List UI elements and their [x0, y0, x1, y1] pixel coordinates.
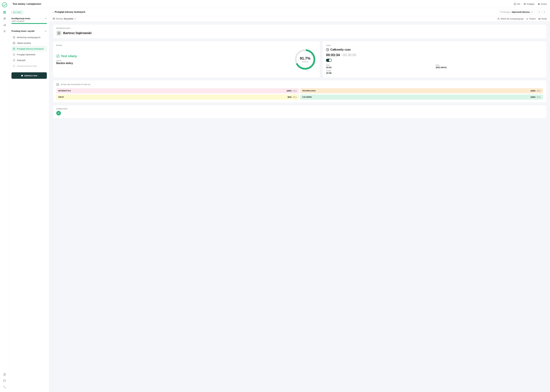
time-card: CZAS Całkowity czas 00:03:34 / 00:30:00 [322, 41, 547, 78]
download-button[interactable]: Pobierz [526, 18, 536, 20]
nav-item-monitoring[interactable]: Monitoring rozwiązujących [11, 35, 47, 40]
category-pts-czlowiek: 2/2 p. [537, 96, 541, 98]
nav-item-kody: Niewykorzystane kody [11, 63, 47, 69]
back-button[interactable]: ‹ [53, 11, 54, 14]
sidebar-item-settings[interactable] [2, 29, 7, 34]
subheader-left: ‹ Przegląd arkuszy testowych [53, 11, 85, 14]
svg-rect-29 [53, 18, 55, 20]
status-badge: AKTYWNY [11, 11, 23, 14]
end-time-item: Koniec 15:56 [326, 70, 433, 74]
category-score-matematyka: 100% 2/2 p. [286, 90, 297, 92]
download-icon [526, 18, 528, 20]
svg-point-10 [4, 31, 5, 32]
category-name-technologia: TECHNOLOGIA [302, 90, 316, 92]
topbar-actions: Info Podgląd Drukuj [514, 3, 547, 5]
konfiguracja-section: Konfiguracja testu 100% completed [11, 17, 47, 24]
page-title: Test wiedzy i umiejętności [13, 3, 41, 5]
category-section-label: WYNIK WG KATEGORII PYTAŃ (4) [61, 84, 90, 85]
logo-icon[interactable] [2, 2, 7, 7]
resolver-avatar [56, 30, 62, 36]
sidebar-item-expand[interactable] [2, 385, 7, 390]
svg-rect-31 [539, 18, 540, 20]
svg-point-33 [59, 33, 59, 33]
end-test-button[interactable]: Zakończ test [11, 72, 47, 79]
comment-label: KOMENTARZ [56, 108, 543, 110]
user-icon [497, 18, 500, 20]
grade-label: Ocena [56, 60, 290, 62]
svg-rect-9 [5, 24, 6, 26]
svg-rect-7 [4, 25, 4, 26]
category-name-swiat: ŚWIAT [58, 96, 64, 98]
svg-point-5 [4, 18, 5, 19]
nav-item-przeglad-odpowiedzi[interactable]: Przegląd odpowiedzi [11, 52, 47, 57]
resolver-selector[interactable]: Rozwiązujący Dąbrowski Bartosz [498, 10, 535, 14]
check-circle-icon [56, 54, 60, 58]
category-pts-swiat: 4/5 p. [293, 96, 297, 98]
chevron-down-small-icon [74, 18, 76, 20]
category-grid: MATEMATYKA 100% 2/2 p. TECHNOLOGIA 100% [56, 88, 543, 100]
nav-label-przeglad-odpowiedzi: Przegląd odpowiedzi [17, 53, 35, 56]
przeglad-arkuszy-icon [13, 47, 15, 50]
category-pct-matematyka: 100% [286, 90, 292, 92]
donut-percent: 91.7% [300, 56, 311, 61]
progress-bar-background [11, 23, 47, 24]
send-button[interactable]: Wyślij [538, 18, 547, 20]
sidebar-item-feedback[interactable] [2, 378, 7, 383]
kody-icon [13, 65, 15, 67]
passed-badge: Test zdany [56, 54, 290, 58]
nav-item-tabela[interactable]: Tabela wyników [11, 40, 47, 46]
view-resolver-label: Widok dla rozwiązującego [501, 18, 524, 20]
monitoring-icon [13, 36, 15, 39]
date-item: Data 2021-09-01 [436, 64, 543, 69]
sidebar-item-help[interactable] [2, 372, 7, 377]
chevron-down-icon [45, 17, 47, 20]
subheader-title: Przegląd arkuszy testowych [55, 11, 85, 13]
category-item-technologia: TECHNOLOGIA 100% 3/3 p. [300, 88, 543, 93]
score-card: WYNIK Test zdany Ocena Bardzo dobry [53, 41, 320, 78]
svg-point-37 [304, 49, 306, 51]
preview-button[interactable]: Podgląd [524, 3, 534, 5]
nav-label-tabela: Tabela wyników [17, 42, 31, 44]
terms-filter[interactable]: Terminy Wszystkie [53, 18, 76, 20]
svg-point-14 [524, 3, 526, 5]
chevron-up-icon [45, 30, 47, 32]
nav-item-przeglad-arkuszy[interactable]: Przegląd arkuszy testowych [11, 46, 47, 52]
svg-rect-23 [14, 42, 14, 44]
info-button[interactable]: Info [514, 3, 520, 5]
konfiguracja-header[interactable]: Konfiguracja testu [11, 17, 47, 20]
svg-rect-42 [57, 83, 58, 86]
svg-point-19 [14, 36, 14, 36]
comment-avatar [56, 111, 61, 115]
time-title-row: Całkowity czas [326, 48, 543, 51]
date-value: 2021-09-01 [436, 66, 543, 69]
score-time-row: WYNIK Test zdany Ocena Bardzo dobry [53, 41, 547, 78]
main-area: Test wiedzy i umiejętności Info Podgląd … [9, 0, 550, 392]
nav-item-statystyki[interactable]: Statystyki [11, 57, 47, 63]
sidebar-item-grid[interactable] [2, 10, 7, 15]
category-score-swiat: 80% 4/5 p. [288, 96, 297, 98]
sidebar-item-users[interactable] [2, 16, 7, 21]
sidebar-item-reports[interactable] [2, 22, 7, 28]
right-panel: ‹ Przegląd arkuszy testowych Rozwiązując… [49, 8, 550, 392]
progress-bar-fill [11, 23, 47, 24]
eye-icon [524, 3, 526, 5]
svg-rect-8 [4, 24, 5, 26]
clock-icon [326, 48, 329, 51]
view-resolver-button[interactable]: Widok dla rozwiązującego [497, 18, 524, 20]
category-pct-czlowiek: 100% [530, 96, 536, 98]
next-arrow-button[interactable] [542, 10, 547, 14]
time-separator: / [341, 54, 342, 56]
category-pct-technologia: 100% [530, 90, 536, 92]
category-score-czlowiek: 100% 2/2 p. [530, 96, 541, 98]
category-pts-matematyka: 2/2 p. [293, 90, 297, 92]
start-label: Start [326, 64, 433, 66]
print-button[interactable]: Drukuj [538, 3, 547, 5]
svg-rect-2 [5, 11, 6, 12]
prev-arrow-button[interactable] [537, 10, 541, 14]
svg-rect-20 [13, 42, 15, 44]
time-toggle[interactable] [326, 59, 332, 62]
category-pct-swiat: 80% [288, 96, 292, 98]
donut-points: 11/12 p. [300, 61, 311, 63]
nav-items: Monitoring rozwiązujących Tabela wyników… [11, 35, 47, 69]
nav-label-kody: Niewykorzystane kody [17, 65, 37, 67]
